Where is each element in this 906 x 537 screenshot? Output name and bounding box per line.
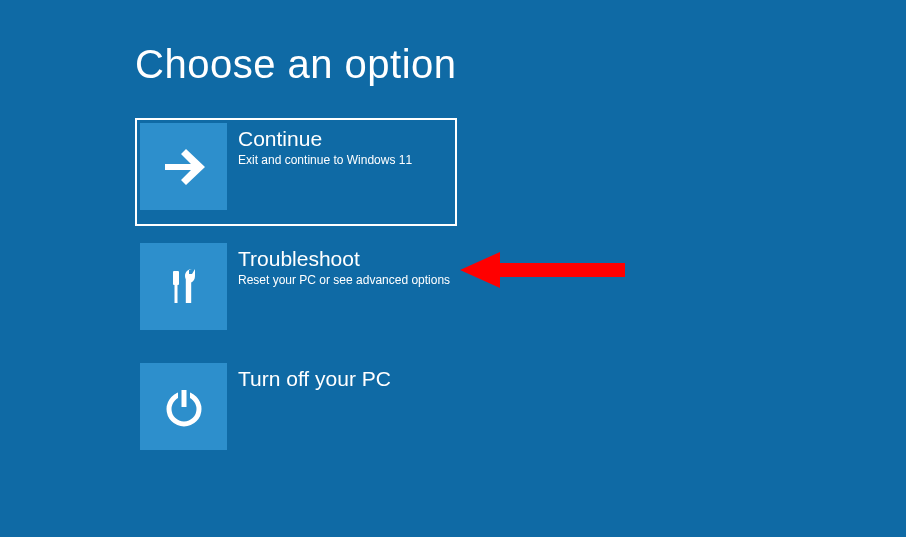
page-title: Choose an option: [135, 42, 457, 87]
power-icon: [160, 383, 208, 431]
option-turnoff-text: Turn off your PC: [238, 363, 391, 390]
option-continue-text: Continue Exit and continue to Windows 11: [238, 123, 412, 169]
option-continue-title: Continue: [238, 127, 412, 150]
option-turnoff[interactable]: Turn off your PC: [135, 358, 457, 466]
option-turnoff-title: Turn off your PC: [238, 367, 391, 390]
option-troubleshoot[interactable]: Troubleshoot Reset your PC or see advanc…: [135, 238, 457, 346]
option-troubleshoot-description: Reset your PC or see advanced options: [238, 273, 450, 289]
option-continue[interactable]: Continue Exit and continue to Windows 11: [135, 118, 457, 226]
option-troubleshoot-text: Troubleshoot Reset your PC or see advanc…: [238, 243, 450, 289]
arrow-right-icon: [157, 140, 211, 194]
tools-icon: [160, 263, 208, 311]
svg-marker-5: [460, 252, 625, 288]
svg-rect-4: [181, 390, 186, 407]
options-list: Continue Exit and continue to Windows 11…: [135, 118, 457, 478]
troubleshoot-icon-tile: [140, 243, 227, 330]
turnoff-icon-tile: [140, 363, 227, 450]
svg-rect-1: [174, 285, 177, 303]
option-troubleshoot-title: Troubleshoot: [238, 247, 450, 270]
option-continue-description: Exit and continue to Windows 11: [238, 153, 412, 169]
continue-icon-tile: [140, 123, 227, 210]
svg-rect-0: [173, 271, 179, 285]
annotation-arrow: [460, 248, 630, 292]
